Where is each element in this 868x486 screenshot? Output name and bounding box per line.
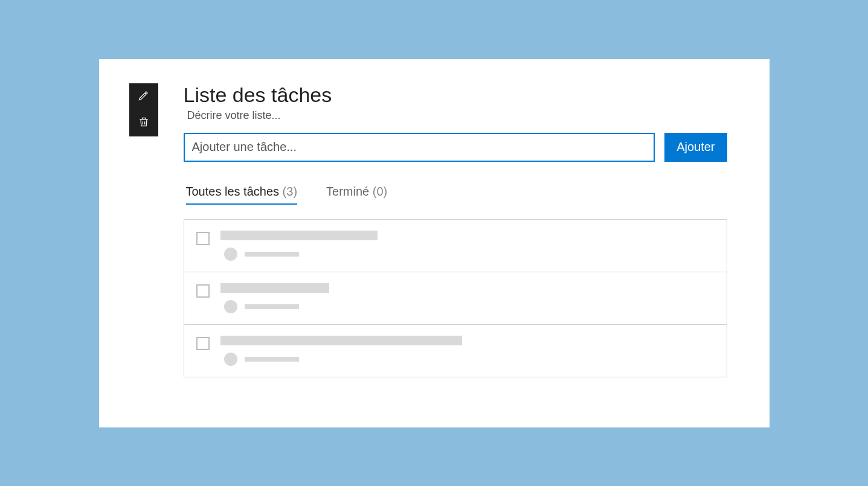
- task-body: [220, 336, 715, 366]
- avatar-placeholder: [224, 300, 237, 313]
- tab-done-count: (0): [373, 185, 387, 198]
- content-area: Liste des tâches Décrire votre liste... …: [184, 83, 727, 377]
- task-card: Liste des tâches Décrire votre liste... …: [99, 59, 770, 427]
- task-title-placeholder: [220, 336, 462, 345]
- tab-done[interactable]: Terminé (0): [326, 185, 387, 205]
- delete-button[interactable]: [129, 110, 158, 136]
- avatar-placeholder: [224, 353, 237, 366]
- trash-icon: [138, 116, 150, 130]
- task-list: [184, 219, 727, 377]
- task-checkbox[interactable]: [196, 337, 210, 350]
- page-subtitle: Décrire votre liste...: [187, 109, 727, 122]
- task-body: [220, 231, 715, 261]
- page-title: Liste des tâches: [184, 83, 727, 107]
- tab-done-label: Terminé: [326, 185, 369, 198]
- meta-placeholder: [245, 304, 299, 309]
- task-meta: [220, 353, 715, 366]
- task-checkbox[interactable]: [196, 232, 210, 245]
- tab-all-count: (3): [283, 185, 297, 198]
- pencil-icon: [138, 89, 150, 104]
- action-toolbar: [129, 83, 158, 136]
- task-title-placeholder: [220, 283, 329, 293]
- task-body: [220, 283, 715, 313]
- meta-placeholder: [245, 357, 299, 362]
- tab-all-tasks[interactable]: Toutes les tâches (3): [186, 185, 298, 205]
- meta-placeholder: [245, 252, 299, 257]
- task-meta: [220, 300, 715, 313]
- task-title-placeholder: [220, 231, 378, 240]
- avatar-placeholder: [224, 248, 237, 261]
- edit-button[interactable]: [129, 83, 158, 110]
- task-row: [184, 220, 727, 272]
- add-task-button[interactable]: Ajouter: [664, 133, 727, 162]
- task-row: [184, 272, 727, 325]
- add-task-row: Ajouter: [184, 133, 727, 162]
- tabs: Toutes les tâches (3) Terminé (0): [184, 185, 727, 205]
- tab-all-label: Toutes les tâches: [186, 185, 280, 198]
- task-row: [184, 325, 727, 377]
- task-checkbox[interactable]: [196, 284, 210, 298]
- task-meta: [220, 248, 715, 261]
- add-task-input[interactable]: [184, 133, 655, 162]
